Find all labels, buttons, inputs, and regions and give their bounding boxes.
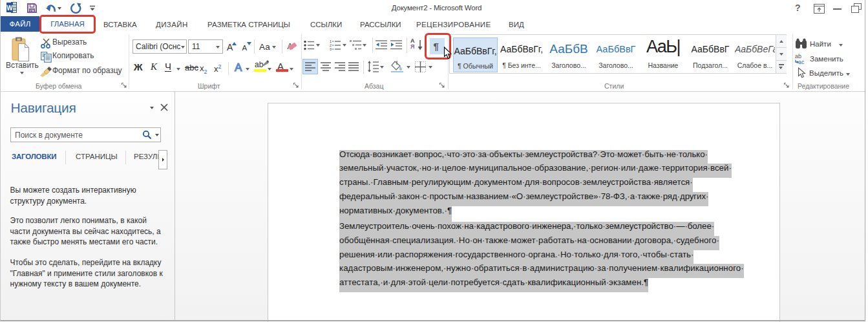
svg-text:3: 3 [330, 47, 332, 50]
svg-text:W: W [6, 5, 13, 12]
svg-text:ac: ac [798, 59, 805, 65]
